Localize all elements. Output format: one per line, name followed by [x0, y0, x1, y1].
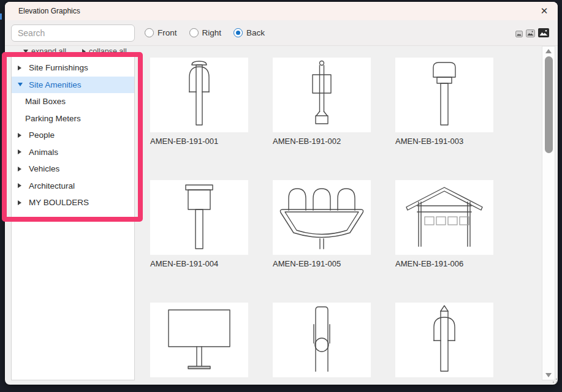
view-radio-group: Front Right Back — [145, 28, 265, 37]
large-thumbnails-icon-selected[interactable] — [538, 28, 549, 37]
thumbnail-label-002: AMEN-EB-191-002 — [273, 137, 377, 146]
scroll-up-icon[interactable] — [545, 49, 552, 53]
title-bar: Elevation Graphics ✕ — [5, 2, 558, 20]
scrollbar-thumb[interactable] — [545, 56, 553, 153]
tree-item-mail-boxes[interactable]: Mail Boxes — [12, 93, 134, 110]
expand-arrow-icon[interactable] — [18, 149, 21, 154]
small-thumbnails-icon[interactable] — [515, 31, 523, 37]
thumbnail-bollard-sphere[interactable] — [273, 303, 371, 377]
radio-back[interactable]: Back — [234, 28, 265, 37]
radio-back-label: Back — [246, 28, 265, 37]
triangle-down-icon — [23, 50, 28, 53]
bollard-sphere-graphic — [273, 303, 371, 377]
background-app-accent — [0, 13, 2, 20]
sign-panel-graphic — [150, 303, 248, 377]
thumbnail-label-006: AMEN-EB-191-006 — [395, 259, 499, 268]
scroll-down-icon[interactable] — [545, 373, 552, 377]
close-icon[interactable]: ✕ — [537, 4, 552, 18]
expand-arrow-icon[interactable] — [18, 167, 21, 172]
square-mailbox-graphic — [150, 180, 248, 255]
thumbnail-amen-eb-191-004[interactable] — [150, 180, 248, 255]
thumbnail-label-003: AMEN-EB-191-003 — [395, 137, 499, 146]
radio-front[interactable]: Front — [145, 28, 177, 37]
radio-circle-icon — [145, 28, 154, 37]
thumbnail-amen-eb-191-003[interactable] — [395, 58, 493, 132]
thumbnail-amen-eb-191-002[interactable] — [273, 58, 371, 132]
toolbar: Front Right Back — [5, 20, 558, 46]
thumbnail-label-004: AMEN-EB-191-004 — [150, 259, 254, 268]
tree-item-site-furnishings[interactable]: Site Furnishings — [12, 59, 134, 77]
dialog-title: Elevation Graphics — [18, 7, 80, 15]
tree-item-animals[interactable]: Animals — [12, 144, 134, 161]
vertical-scrollbar[interactable] — [542, 46, 555, 380]
parking-meter-dome-graphic — [395, 58, 493, 132]
medium-thumbnails-icon[interactable] — [526, 29, 535, 37]
cluster-mailbox-graphic — [273, 180, 371, 255]
thumbnail-sign-panel[interactable] — [150, 303, 248, 377]
thumbnail-amen-eb-191-006[interactable] — [395, 180, 493, 255]
tree-item-my-boulders[interactable]: MY BOULDERS — [12, 194, 134, 211]
thumbnail-pointed-post-arch[interactable] — [395, 303, 493, 377]
thumbnail-size-buttons — [515, 28, 549, 37]
tree-item-site-amenities[interactable]: Site Amenities — [12, 77, 134, 94]
expand-arrow-icon[interactable] — [18, 133, 21, 138]
radio-front-label: Front — [158, 28, 177, 37]
pointed-post-arch-graphic — [395, 303, 493, 377]
elevation-graphics-dialog: Elevation Graphics ✕ Front Right Back — [5, 2, 558, 385]
expand-arrow-icon[interactable] — [18, 66, 21, 70]
thumbnail-amen-eb-191-005[interactable] — [273, 180, 371, 255]
expand-arrow-icon[interactable] — [18, 200, 21, 205]
collapse-arrow-icon[interactable] — [18, 83, 23, 86]
radio-circle-icon — [189, 28, 199, 37]
thumbnail-amen-eb-191-001[interactable] — [150, 58, 248, 132]
dialog-body: expand all collapse all Site Furnishings… — [5, 46, 558, 385]
thumbnail-label-005: AMEN-EB-191-005 — [273, 259, 377, 268]
triangle-right-icon — [82, 49, 86, 54]
thumbnail-label-001: AMEN-EB-191-001 — [150, 137, 254, 146]
mail-shelter-graphic — [395, 180, 493, 255]
mailbox-arch-on-post-graphic — [150, 58, 248, 132]
tree-item-architectural[interactable]: Architectural — [12, 178, 134, 195]
parking-meter-post-graphic — [273, 58, 371, 132]
radio-right-label: Right — [202, 28, 222, 37]
tree-item-vehicles[interactable]: Vehicles — [12, 160, 134, 178]
search-input[interactable] — [11, 24, 135, 42]
tree-item-people[interactable]: People — [12, 127, 134, 144]
category-tree-panel: Site Furnishings Site Amenities Mail Box… — [11, 55, 135, 380]
radio-circle-icon — [234, 28, 243, 37]
tree-item-parking-meters[interactable]: Parking Meters — [12, 110, 134, 127]
expand-arrow-icon[interactable] — [18, 183, 21, 188]
radio-right[interactable]: Right — [189, 28, 222, 37]
